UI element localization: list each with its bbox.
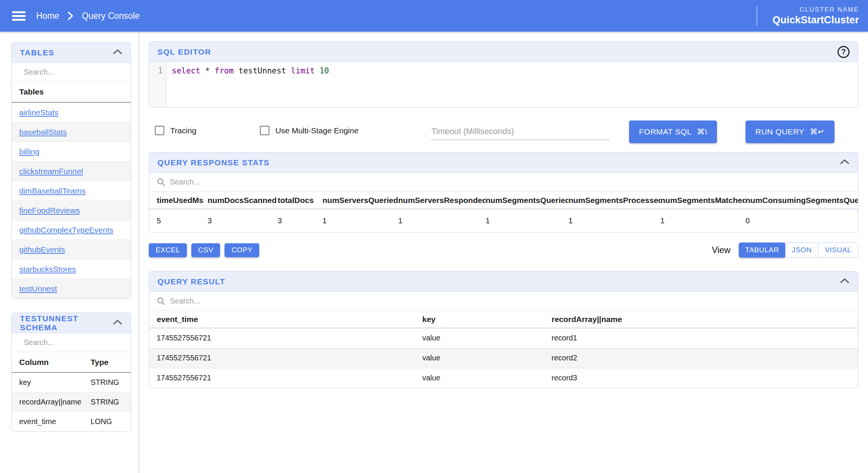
- table-list-item[interactable]: airlineStats: [12, 103, 131, 122]
- schema-panel-header: TESTUNNEST SCHEMA: [12, 313, 131, 333]
- table-link[interactable]: billing: [19, 147, 40, 156]
- schema-type-header: Type: [83, 352, 131, 372]
- view-tab-json[interactable]: JSON: [785, 243, 818, 257]
- table-link[interactable]: githubEvents: [19, 245, 65, 254]
- stats-header: numServersResponded: [398, 192, 486, 209]
- result-row[interactable]: 1745527556721 value record2: [149, 348, 858, 368]
- table-list-item[interactable]: dimBaseballTeams: [12, 181, 131, 201]
- table-list-item[interactable]: githubEvents: [12, 240, 131, 259]
- tracing-checkbox[interactable]: [155, 126, 164, 135]
- copy-button[interactable]: COPY: [225, 243, 259, 257]
- tables-panel-header: TABLES: [12, 43, 131, 63]
- table-link[interactable]: baseballStats: [19, 128, 67, 137]
- sql-keyword: from: [215, 66, 238, 75]
- schema-type-cell: LONG: [83, 412, 131, 431]
- stats-value: 1: [486, 209, 568, 232]
- stats-panel-header: QUERY RESPONSE STATS: [149, 153, 858, 173]
- query-controls: Tracing Use Multi-Stage Engine FORMAT SQ…: [149, 121, 858, 145]
- stats-header: numServersQueried: [322, 192, 398, 209]
- multistage-checkbox[interactable]: [260, 126, 269, 135]
- table-link[interactable]: dimBaseballTeams: [19, 186, 86, 195]
- table-link[interactable]: testUnnest: [19, 284, 57, 293]
- stats-value: 1: [568, 209, 660, 232]
- csv-button[interactable]: CSV: [191, 243, 220, 257]
- result-header: recordArray||name: [552, 311, 858, 328]
- stats-header: numSegmentsQueried: [486, 192, 568, 209]
- schema-type-cell: STRING: [83, 372, 131, 392]
- table-list-item[interactable]: baseballStats: [12, 122, 131, 142]
- stats-value: 1: [660, 209, 746, 232]
- top-bar: Home Query Console CLUSTER NAME QuickSta…: [0, 0, 868, 32]
- result-header: event_time: [149, 311, 422, 328]
- multistage-label: Use Multi-Stage Engine: [275, 126, 359, 135]
- collapse-chevron-up-icon[interactable]: [840, 278, 850, 285]
- tables-list: airlineStats baseballStats billing click…: [12, 103, 131, 299]
- stats-value: 1: [398, 209, 486, 232]
- result-cell: 1745527556721: [149, 348, 422, 368]
- format-sql-label: FORMAT SQL: [639, 127, 692, 136]
- sql-keyword: limit: [291, 66, 319, 75]
- table-list-item[interactable]: testUnnest: [12, 279, 131, 299]
- stats-value: 1: [322, 209, 398, 232]
- stats-row[interactable]: 5 3 3 1 1 1 1 1 0: [149, 209, 858, 232]
- table-list-item[interactable]: githubComplexTypeEvents: [12, 220, 131, 240]
- excel-button[interactable]: EXCEL: [149, 243, 187, 257]
- line-number: 1: [158, 66, 163, 75]
- result-search-input[interactable]: [170, 297, 850, 305]
- tables-panel-title: TABLES: [20, 48, 54, 57]
- schema-type-cell: STRING: [83, 392, 131, 412]
- table-list-item[interactable]: starbucksStores: [12, 259, 131, 279]
- result-cell: 1745527556721: [149, 368, 422, 388]
- view-tab-visual[interactable]: VISUAL: [818, 243, 858, 257]
- table-link[interactable]: clickstreamFunnel: [19, 167, 83, 176]
- collapse-chevron-up-icon[interactable]: [113, 319, 122, 327]
- result-row[interactable]: 1745527556721 value record3: [149, 368, 858, 388]
- run-query-label: RUN QUERY: [755, 127, 804, 136]
- tables-search-input[interactable]: [24, 68, 124, 76]
- sql-keyword: select: [172, 66, 205, 75]
- stats-search: [149, 173, 858, 192]
- view-switcher: View TABULAR JSON VISUAL: [712, 243, 858, 258]
- view-tab-tabular[interactable]: TABULAR: [739, 243, 785, 258]
- result-cell: value: [422, 328, 552, 348]
- menu-icon[interactable]: [12, 9, 26, 23]
- collapse-chevron-up-icon[interactable]: [840, 159, 850, 166]
- tracing-label: Tracing: [170, 126, 196, 135]
- schema-row[interactable]: recordArray||name STRING: [12, 392, 131, 412]
- table-list-item[interactable]: fineFoodReviews: [12, 201, 131, 220]
- table-link[interactable]: airlineStats: [19, 108, 58, 117]
- breadcrumb-home-link[interactable]: Home: [36, 11, 59, 21]
- result-cell: value: [422, 348, 552, 368]
- result-row[interactable]: 1745527556721 value record1: [149, 328, 858, 348]
- stats-search-input[interactable]: [170, 178, 850, 186]
- tables-panel: TABLES Tables airlineStats baseballStats…: [11, 42, 131, 299]
- schema-column-cell: event_time: [12, 412, 83, 431]
- cluster-name-value: QuickStartCluster: [772, 14, 859, 26]
- table-link[interactable]: githubComplexTypeEvents: [19, 226, 113, 235]
- timeout-input[interactable]: [431, 123, 609, 140]
- schema-search-input[interactable]: [24, 338, 124, 347]
- sql-editor[interactable]: 1 select * from testUnnest limit 10: [149, 62, 858, 107]
- schema-column-cell: recordArray||name: [12, 392, 83, 412]
- sql-code-line[interactable]: select * from testUnnest limit 10: [167, 62, 858, 107]
- tracing-option[interactable]: Tracing: [155, 126, 196, 135]
- multistage-option[interactable]: Use Multi-Stage Engine: [260, 126, 359, 135]
- schema-row[interactable]: event_time LONG: [12, 412, 131, 431]
- format-sql-button[interactable]: FORMAT SQL⌘\: [629, 121, 717, 143]
- stats-header: numSegmentsProcessed: [568, 192, 660, 209]
- stats-value: 3: [208, 209, 278, 232]
- stats-value: 5: [149, 209, 208, 232]
- stats-header: numDocsScanned: [208, 192, 278, 209]
- collapse-chevron-up-icon[interactable]: [113, 49, 122, 56]
- schema-row[interactable]: key STRING: [12, 372, 131, 392]
- schema-table: Column Type key STRING recordArray||name…: [12, 352, 131, 431]
- table-list-item[interactable]: clickstreamFunnel: [12, 162, 131, 181]
- stats-value: 3: [278, 209, 322, 232]
- help-icon[interactable]: ?: [837, 46, 850, 58]
- table-link[interactable]: starbucksStores: [19, 265, 76, 274]
- result-cell: record1: [552, 328, 858, 348]
- table-list-item[interactable]: billing: [12, 142, 131, 162]
- result-panel-title: QUERY RESULT: [157, 277, 225, 286]
- run-query-button[interactable]: RUN QUERY⌘↵: [746, 121, 834, 143]
- table-link[interactable]: fineFoodReviews: [19, 206, 80, 215]
